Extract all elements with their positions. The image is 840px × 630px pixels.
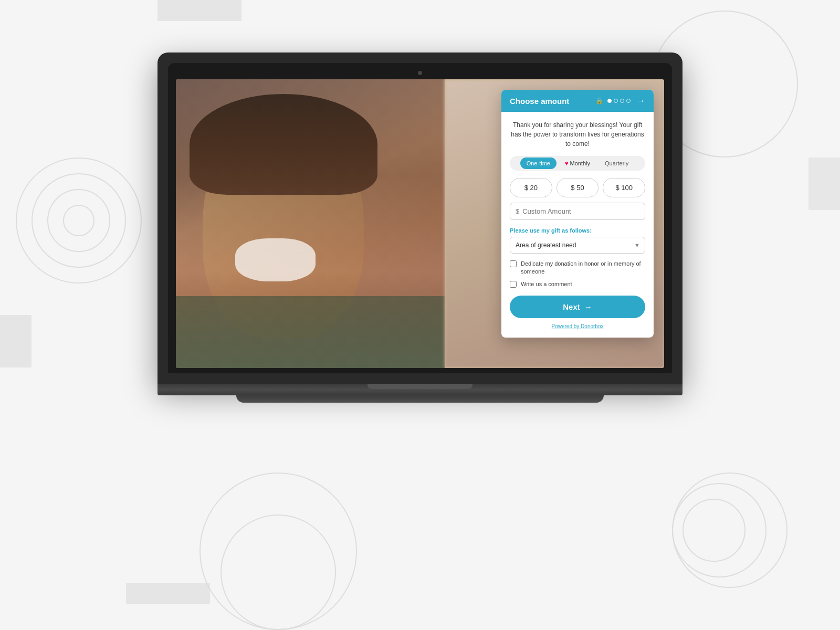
next-button-label: Next bbox=[563, 302, 580, 311]
lock-icon: 🔒 bbox=[595, 97, 603, 104]
gift-dropdown-wrapper: Area of greatest need Education Food & W… bbox=[510, 237, 645, 254]
bg-circle-bottom-right bbox=[672, 472, 788, 588]
tab-one-time[interactable]: One-time bbox=[520, 158, 556, 169]
amount-button-100[interactable]: $ 100 bbox=[603, 178, 645, 197]
laptop-camera bbox=[418, 71, 422, 75]
laptop-stand bbox=[236, 395, 604, 403]
bg-rect-bottom-left bbox=[126, 583, 210, 604]
bg-rect-top bbox=[158, 0, 242, 21]
currency-symbol: $ bbox=[516, 207, 519, 215]
custom-amount-input[interactable] bbox=[522, 207, 639, 215]
step-dot-4 bbox=[626, 99, 631, 103]
comment-label: Write us a comment bbox=[521, 280, 572, 288]
next-arrow-icon: → bbox=[584, 302, 592, 311]
bg-circle-bottom-center-inner bbox=[220, 514, 336, 630]
tab-monthly[interactable]: Monthly bbox=[559, 158, 596, 169]
modal-header-controls: 🔒 → bbox=[595, 96, 645, 106]
bg-circle-bottom-right-inner bbox=[672, 483, 766, 578]
step-dot-1 bbox=[607, 99, 612, 103]
laptop-screen: Choose amount 🔒 → bbox=[176, 79, 664, 368]
screen-photo-boy bbox=[176, 79, 445, 368]
comment-checkbox[interactable] bbox=[510, 281, 517, 288]
laptop-hinge bbox=[368, 384, 472, 389]
forward-arrow-icon[interactable]: → bbox=[637, 96, 645, 106]
laptop-device: Choose amount 🔒 → bbox=[158, 52, 682, 403]
modal-body: Thank you for sharing your blessings! Yo… bbox=[501, 112, 654, 338]
gift-usage-dropdown[interactable]: Area of greatest need Education Food & W… bbox=[510, 237, 645, 254]
bg-circle-bottom-right-small bbox=[682, 499, 746, 562]
bg-circle-bottom-center bbox=[200, 472, 357, 630]
bg-circle-left-2 bbox=[32, 173, 126, 268]
laptop-screen-body: Choose amount 🔒 → bbox=[158, 52, 682, 384]
laptop-bezel: Choose amount 🔒 → bbox=[168, 63, 672, 373]
hair-shape bbox=[190, 94, 377, 195]
bg-circle-left-1 bbox=[16, 158, 142, 284]
bg-circle-left-4 bbox=[63, 205, 94, 236]
bg-circle-left-3 bbox=[47, 189, 110, 252]
amount-button-50[interactable]: $ 50 bbox=[556, 178, 599, 197]
shirt-area bbox=[176, 296, 445, 369]
next-button[interactable]: Next → bbox=[510, 296, 645, 318]
honor-label: Dedicate my donation in honor or in memo… bbox=[521, 260, 645, 276]
powered-by-link[interactable]: Powered by Donorbox bbox=[510, 323, 645, 329]
amount-button-20[interactable]: $ 20 bbox=[510, 178, 552, 197]
laptop-base bbox=[158, 384, 682, 395]
custom-amount-wrapper: $ bbox=[510, 203, 645, 220]
bg-rect-left-side bbox=[0, 315, 32, 368]
smile-highlight bbox=[235, 238, 316, 282]
modal-title: Choose amount bbox=[510, 97, 569, 106]
gift-usage-label: Please use my gift as follows: bbox=[510, 227, 645, 234]
step-dot-2 bbox=[614, 99, 618, 103]
donation-modal: Choose amount 🔒 → bbox=[501, 90, 654, 338]
honor-checkbox[interactable] bbox=[510, 260, 517, 267]
checkbox-comment-wrapper: Write us a comment bbox=[510, 280, 645, 288]
bg-rect-right-side bbox=[808, 158, 840, 210]
modal-header: Choose amount 🔒 → bbox=[501, 90, 654, 112]
tab-quarterly[interactable]: Quarterly bbox=[598, 158, 635, 169]
checkbox-honor-wrapper: Dedicate my donation in honor or in memo… bbox=[510, 260, 645, 276]
amount-buttons-group: $ 20 $ 50 $ 100 bbox=[510, 178, 645, 197]
step-indicators bbox=[607, 99, 631, 103]
frequency-tabs: One-time Monthly Quarterly bbox=[510, 156, 645, 171]
modal-description: Thank you for sharing your blessings! Yo… bbox=[510, 120, 645, 149]
step-dot-3 bbox=[620, 99, 624, 103]
